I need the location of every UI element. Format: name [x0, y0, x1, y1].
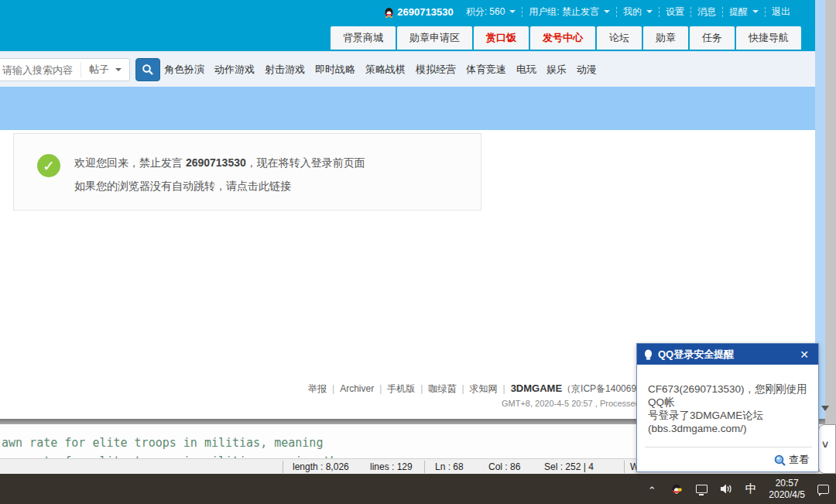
footer-kalvyin-link[interactable]: 咖绿茵	[428, 383, 456, 394]
statusbar-col: Col : 86	[488, 461, 520, 472]
reminders-label: 提醒	[729, 5, 748, 19]
footer-links: 举报|Archiver|手机版|咖绿茵|求知网|3DMGAME（京ICP备140…	[308, 382, 659, 396]
usergroup-menu[interactable]: 用户组: 禁止发言	[522, 5, 616, 19]
search-row: 帖子 角色扮演 动作游戏 射击游戏 即时战略 策略战棋 模拟经营 体育竞速 电玩	[0, 51, 815, 87]
volume-icon[interactable]	[719, 482, 733, 496]
reminders-menu[interactable]: 提醒	[723, 5, 765, 19]
settings-link[interactable]: 设置	[660, 5, 690, 19]
nav-tabrow: 背景商城 勋章申请区 赏口饭 发号中心 论坛 勋章 任务 快捷导航	[0, 23, 815, 51]
cat-rpg[interactable]: 角色扮演	[164, 63, 204, 77]
statusbar-ln: Ln : 68	[435, 461, 464, 472]
chevron-down-icon	[752, 10, 759, 13]
notice-line1-post: ，现在将转入登录前页面	[246, 156, 365, 169]
cat-action[interactable]: 动作游戏	[214, 63, 255, 77]
popup-message-line3: (bbs.3dmgame.com/)	[648, 422, 809, 435]
popup-message: CF673(2690713530)，您刚刚使用QQ帐 号登录了3DMGAME论坛…	[648, 382, 809, 435]
cat-sports[interactable]: 体育竞速	[466, 63, 506, 77]
credits-label: 积分: 560	[466, 5, 505, 19]
action-center-icon[interactable]	[816, 482, 830, 496]
my-menu[interactable]: 我的	[617, 5, 659, 19]
qq-bell-icon	[643, 349, 653, 360]
popup-view-label: 查看	[789, 453, 809, 467]
cat-console[interactable]: 电玩	[516, 63, 536, 77]
popup-title: QQ登录安全提醒	[658, 348, 734, 362]
popup-view-button[interactable]: 查看	[774, 453, 809, 467]
cat-shooter[interactable]: 射击游戏	[265, 63, 305, 77]
credits-menu[interactable]: 积分: 560	[460, 5, 522, 19]
notice-line2-link[interactable]: 如果您的浏览器没有自动跳转，请点击此链接	[74, 174, 365, 197]
tab-key-center[interactable]: 发号中心	[530, 26, 595, 50]
windows-taskbar: ⌃ 中 20:57 2020/4/5	[0, 474, 836, 504]
tab-shangkoufan[interactable]: 赏口饭	[474, 26, 529, 50]
cat-anime[interactable]: 动漫	[577, 63, 597, 77]
magnifier-icon	[774, 454, 786, 466]
redirect-notice-box: ✓ 欢迎您回来，禁止发言 2690713530，现在将转入登录前页面 如果您的浏…	[13, 133, 481, 211]
cat-entertainment[interactable]: 娱乐	[546, 63, 567, 77]
tab-quick-nav[interactable]: 快捷导航	[736, 26, 801, 50]
close-icon[interactable]: ✕	[797, 348, 812, 361]
divider: |	[332, 383, 334, 394]
notice-line1: 欢迎您回来，禁止发言 2690713530，现在将转入登录前页面	[74, 151, 365, 174]
network-icon[interactable]	[694, 482, 708, 496]
taskbar-date: 2020/4/5	[769, 489, 805, 501]
userbar: 2690713530 积分: 560 用户组: 禁止发言 我的 设置	[378, 0, 797, 23]
screen: ˅ 2690713530 积分: 560	[0, 0, 836, 504]
search-input[interactable]	[0, 64, 81, 76]
chevron-down-icon	[646, 10, 653, 13]
scroll-down-chevron-icon[interactable]: ˅	[822, 439, 828, 451]
search-icon	[142, 63, 154, 76]
popup-message-line1: CF673(2690713530)，您刚刚使用QQ帐	[648, 382, 809, 409]
statusbar-divider	[283, 461, 283, 473]
banner-strip	[0, 87, 815, 130]
footer-qiuzhi-link[interactable]: 求知网	[470, 383, 498, 394]
editor-visible-line: awn rate for elite troops in militias, m…	[2, 436, 323, 450]
notice-text: 欢迎您回来，禁止发言 2690713530，现在将转入登录前页面 如果您的浏览器…	[74, 151, 365, 197]
footer-archiver-link[interactable]: Archiver	[340, 383, 374, 394]
scrollbar-down-arrow-icon[interactable]	[821, 406, 829, 411]
tray-expand-chevron-icon[interactable]: ⌃	[645, 484, 659, 498]
background-scrollbar[interactable]: ˅	[818, 424, 836, 474]
ime-indicator[interactable]: 中	[744, 482, 758, 496]
cat-sim[interactable]: 模拟经营	[416, 63, 456, 77]
forum-topbar: 2690713530 积分: 560 用户组: 禁止发言 我的 设置	[0, 0, 815, 23]
statusbar-divider	[424, 461, 425, 473]
search-button[interactable]	[135, 58, 160, 81]
category-links: 角色扮演 动作游戏 射击游戏 即时战略 策略战棋 模拟经营 体育竞速 电玩 娱乐…	[164, 52, 597, 87]
tab-task[interactable]: 任务	[690, 26, 735, 50]
system-tray: ⌃ 中 20:57 2020/4/5	[645, 474, 830, 504]
usergroup-label: 用户组: 禁止发言	[529, 5, 599, 19]
tab-forum[interactable]: 论坛	[597, 26, 642, 50]
user-account[interactable]: 2690713530	[378, 6, 459, 18]
nav-tabs: 背景商城 勋章申请区 赏口饭 发号中心 论坛 勋章 任务 快捷导航	[331, 26, 801, 50]
statusbar-length: length : 8,026	[293, 461, 349, 472]
background-window-strip	[825, 0, 836, 474]
popup-titlebar: QQ登录安全提醒 ✕	[637, 344, 818, 365]
taskbar-time: 20:57	[769, 478, 805, 489]
statusbar-divider	[624, 461, 625, 473]
divider: |	[420, 383, 423, 394]
chevron-down-icon	[115, 68, 122, 71]
tab-medal[interactable]: 勋章	[643, 26, 688, 50]
qq-tray-icon[interactable]	[670, 482, 684, 496]
taskbar-clock[interactable]: 20:57 2020/4/5	[769, 478, 805, 501]
notice-line1-username: 2690713530	[186, 156, 246, 169]
popup-divider	[645, 447, 812, 447]
cat-strategy[interactable]: 策略战棋	[365, 63, 406, 77]
footer-meta: GMT+8, 2020-4-5 20:57 , Processed in	[502, 399, 649, 408]
qq-penguin-icon	[384, 6, 394, 18]
chevron-down-icon	[604, 10, 610, 13]
logout-link[interactable]: 退出	[766, 5, 797, 19]
search-type-select[interactable]: 帖子	[81, 62, 129, 77]
tab-background-shop[interactable]: 背景商城	[331, 26, 396, 50]
messages-link[interactable]: 消息	[691, 5, 722, 19]
footer-report-link[interactable]: 举报	[308, 383, 327, 394]
username[interactable]: 2690713530	[397, 6, 453, 18]
tab-medal-apply[interactable]: 勋章申请区	[397, 26, 472, 50]
divider: |	[461, 383, 464, 394]
cat-rts[interactable]: 即时战略	[315, 63, 355, 77]
search-type-label: 帖子	[89, 63, 109, 77]
footer-mobile-link[interactable]: 手机版	[387, 383, 415, 394]
divider: |	[503, 383, 505, 394]
search-box: 帖子	[0, 58, 130, 81]
footer-site-link[interactable]: 3DMGAME	[511, 382, 562, 394]
